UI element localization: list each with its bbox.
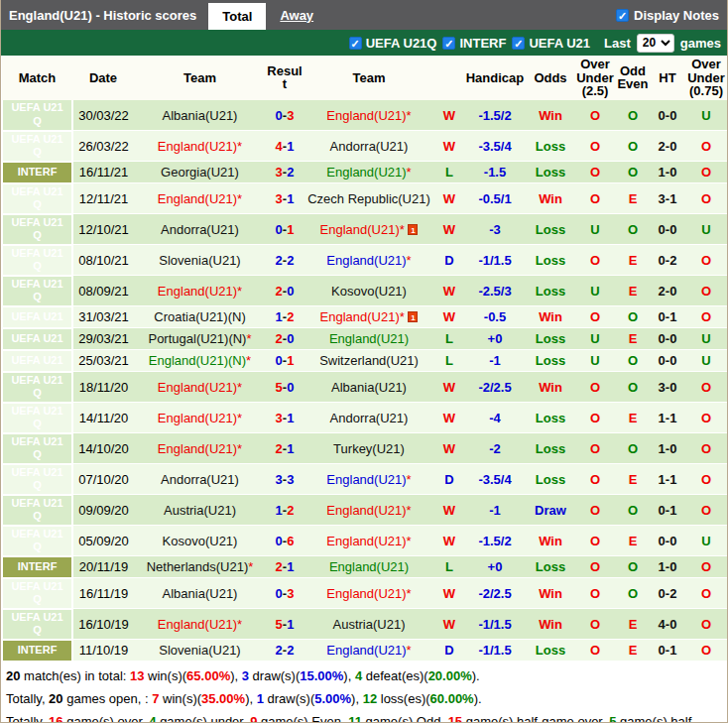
table-row: UEFA U21Q30/03/22Albania(U21)0-3England(… bbox=[2, 100, 728, 131]
odds-cell: Win bbox=[526, 526, 575, 556]
result-letter-cell: W bbox=[434, 372, 464, 403]
table-row: INTERF11/10/19Slovenia(U21)2-2England(U2… bbox=[2, 640, 728, 662]
ht-cell: 0-1 bbox=[651, 495, 684, 526]
over-under-0_75-cell: O bbox=[684, 372, 728, 403]
odd-even-cell: E bbox=[615, 609, 651, 640]
over-under-0_75-cell: O bbox=[684, 245, 728, 276]
date-cell: 16/10/19 bbox=[72, 609, 134, 640]
over-under-2_5-cell: O bbox=[575, 403, 615, 433]
away-team-cell: England(U21)* bbox=[303, 464, 434, 495]
over-under-0_75-cell: O bbox=[684, 640, 728, 662]
display-notes-toggle[interactable]: ✓ Display Notes bbox=[616, 0, 727, 30]
away-team-cell: Switzerland(U21) bbox=[303, 350, 434, 372]
title-bar: England(U21) - Historic scores Total Awa… bbox=[1, 0, 727, 30]
home-team-cell: England(U21)* bbox=[134, 183, 266, 214]
away-team-cell: England(U21)* bbox=[303, 640, 434, 662]
over-under-2_5-cell: O bbox=[575, 495, 615, 526]
odds-cell: Loss bbox=[526, 350, 575, 372]
handicap-cell: -0.5/1 bbox=[464, 183, 526, 214]
games-count-select[interactable]: 20 bbox=[637, 34, 674, 53]
title-bar-spacer bbox=[327, 0, 616, 30]
filter-interf[interactable]: ✓ INTERF bbox=[442, 36, 506, 51]
over-under-2_5-cell: O bbox=[575, 306, 615, 328]
home-team-cell: Netherlands(U21)* bbox=[134, 556, 266, 578]
handicap-cell: -1/1.5 bbox=[464, 640, 526, 662]
odd-even-cell: E bbox=[615, 328, 651, 350]
league-cell: UEFA U21Q bbox=[2, 100, 72, 131]
result-letter-cell: L bbox=[434, 328, 464, 350]
result-letter-cell: W bbox=[434, 403, 464, 433]
odd-even-cell: O bbox=[615, 578, 651, 609]
odd-even-cell: O bbox=[615, 495, 651, 526]
ht-cell: 0-0 bbox=[651, 100, 684, 131]
col-wld bbox=[434, 56, 464, 100]
away-team-cell: England(U21)* bbox=[303, 100, 434, 131]
result-letter-cell: W bbox=[434, 100, 464, 131]
home-team-cell: England(U21)* bbox=[134, 609, 266, 640]
odd-even-cell: E bbox=[615, 245, 651, 276]
ht-cell: 2-0 bbox=[651, 131, 684, 162]
table-row: UEFA U21Q12/11/21England(U21)*3-1Czech R… bbox=[2, 183, 728, 214]
over-under-2_5-cell: O bbox=[575, 640, 615, 662]
card-icon: 1 bbox=[408, 311, 418, 322]
col-home-team: Team bbox=[134, 56, 266, 100]
over-under-0_75-cell: O bbox=[684, 578, 728, 609]
ht-cell: 3-1 bbox=[651, 183, 684, 214]
ht-cell: 0-0 bbox=[651, 214, 684, 245]
page-title: England(U21) - Historic scores bbox=[1, 0, 208, 30]
display-notes-checkbox-icon[interactable]: ✓ bbox=[616, 9, 629, 22]
tab-away[interactable]: Away bbox=[266, 0, 327, 30]
over-under-2_5-cell: O bbox=[575, 526, 615, 556]
date-cell: 12/11/21 bbox=[72, 183, 134, 214]
date-cell: 16/11/19 bbox=[72, 578, 134, 609]
away-team-cell: England(U21)* bbox=[303, 245, 434, 276]
handicap-cell: -3.5/4 bbox=[464, 464, 526, 495]
score-cell: 2-0 bbox=[266, 328, 303, 350]
filter-uefa-u21q[interactable]: ✓ UEFA U21Q bbox=[349, 36, 437, 51]
handicap-cell: +0 bbox=[464, 556, 526, 578]
table-row: UEFA U2129/03/21Portugal(U21)(N)*2-0Engl… bbox=[2, 328, 728, 350]
ht-cell: 0-2 bbox=[651, 578, 684, 609]
handicap-cell: -2/2.5 bbox=[464, 578, 526, 609]
uefa-u21-checkbox-icon[interactable]: ✓ bbox=[512, 37, 525, 50]
odds-cell: Loss bbox=[526, 403, 575, 433]
card-icon: 1 bbox=[408, 224, 418, 235]
away-team-cell: England(U21)* 1 bbox=[303, 306, 434, 328]
ht-cell: 3-0 bbox=[651, 372, 684, 403]
table-row: UEFA U2131/03/21Croatia(U21)(N)1-2Englan… bbox=[2, 306, 728, 328]
home-team-cell: Andorra(U21) bbox=[134, 464, 266, 495]
over-under-2_5-cell: U bbox=[575, 214, 615, 245]
league-cell: UEFA U21 bbox=[2, 306, 72, 328]
league-cell: UEFA U21Q bbox=[2, 495, 72, 526]
handicap-cell: -3 bbox=[464, 214, 526, 245]
home-team-cell: England(U21)* bbox=[134, 276, 266, 306]
filter-uefa-u21[interactable]: ✓ UEFA U21 bbox=[512, 36, 590, 51]
ht-cell: 4-0 bbox=[651, 609, 684, 640]
over-under-0_75-cell: O bbox=[684, 403, 728, 433]
tab-total[interactable]: Total bbox=[208, 3, 266, 30]
league-cell: INTERF bbox=[2, 640, 72, 662]
result-letter-cell: W bbox=[434, 609, 464, 640]
handicap-cell: +0 bbox=[464, 328, 526, 350]
home-team-cell: Portugal(U21)(N)* bbox=[134, 328, 266, 350]
ht-cell: 1-0 bbox=[651, 433, 684, 464]
result-letter-cell: L bbox=[434, 162, 464, 183]
over-under-0_75-cell: U bbox=[684, 328, 728, 350]
home-team-cell: Slovenia(U21) bbox=[134, 640, 266, 662]
over-under-0_75-cell: O bbox=[684, 556, 728, 578]
score-cell: 4-1 bbox=[266, 131, 303, 162]
col-handicap: Handicap bbox=[464, 56, 526, 100]
result-letter-cell: D bbox=[434, 640, 464, 662]
away-team-cell: England(U21)* bbox=[303, 495, 434, 526]
odd-even-cell: E bbox=[615, 640, 651, 662]
interf-checkbox-icon[interactable]: ✓ bbox=[442, 37, 455, 50]
results-table-body: UEFA U21Q30/03/22Albania(U21)0-3England(… bbox=[2, 100, 728, 662]
ht-cell: 0-1 bbox=[651, 306, 684, 328]
handicap-cell: -1.5/2 bbox=[464, 526, 526, 556]
league-cell: UEFA U21Q bbox=[2, 526, 72, 556]
over-under-0_75-cell: O bbox=[684, 464, 728, 495]
uefa-u21q-checkbox-icon[interactable]: ✓ bbox=[349, 37, 362, 50]
last-label: Last bbox=[604, 36, 631, 51]
ht-cell: 2-0 bbox=[651, 276, 684, 306]
away-team-cell: Austria(U21) bbox=[303, 609, 434, 640]
